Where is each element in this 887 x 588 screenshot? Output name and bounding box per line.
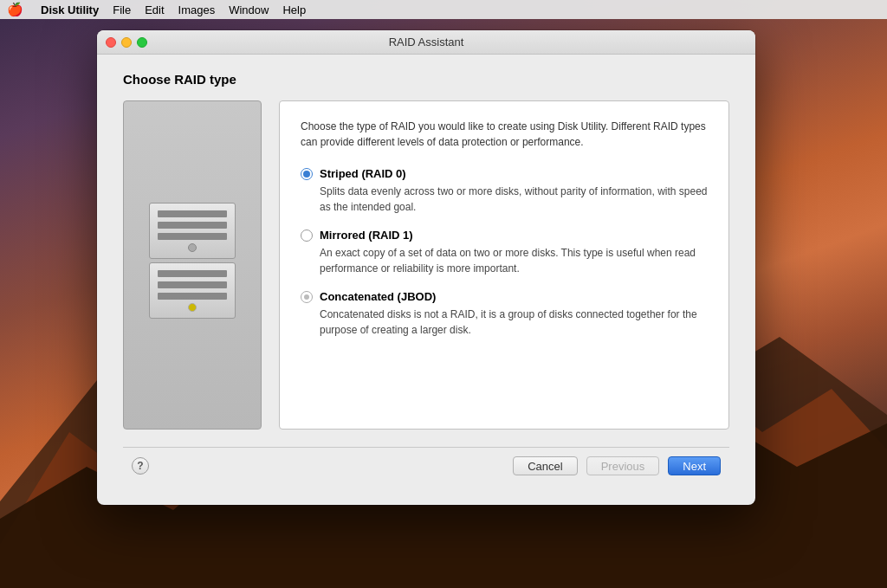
menu-images[interactable]: Images	[178, 3, 216, 16]
option-concatenated-label: Concatenated (JBOD)	[320, 290, 436, 303]
option-mirrored-row[interactable]: Mirrored (RAID 1)	[301, 229, 708, 242]
radio-concatenated[interactable]	[301, 291, 313, 303]
description-text: Choose the type of RAID you would like t…	[301, 119, 708, 150]
option-concatenated-desc: Concatenated disks is not a RAID, it is …	[301, 307, 708, 338]
menu-edit[interactable]: Edit	[145, 3, 164, 16]
option-concatenated[interactable]: Concatenated (JBOD) Concatenated disks i…	[301, 290, 708, 338]
radio-striped[interactable]	[301, 168, 313, 180]
option-striped-row[interactable]: Striped (RAID 0)	[301, 167, 708, 180]
menu-help[interactable]: Help	[282, 3, 306, 16]
help-button[interactable]: ?	[132, 457, 149, 475]
previous-button[interactable]: Previous	[586, 456, 660, 475]
raid-assistant-window: RAID Assistant Choose RAID type	[97, 30, 755, 505]
window-title: RAID Assistant	[389, 36, 464, 48]
options-panel: Choose the type of RAID you would like t…	[279, 100, 729, 430]
bottom-bar: ? Cancel Previous Next	[123, 447, 729, 488]
content-area: Choose the type of RAID you would like t…	[123, 100, 729, 430]
option-striped[interactable]: Striped (RAID 0) Splits data evenly acro…	[301, 167, 708, 215]
traffic-lights	[106, 37, 147, 48]
close-button[interactable]	[106, 37, 116, 48]
next-button[interactable]: Next	[668, 456, 721, 475]
menu-window[interactable]: Window	[229, 3, 269, 16]
window-content: Choose RAID type	[97, 55, 755, 505]
option-striped-label: Striped (RAID 0)	[320, 167, 406, 180]
option-mirrored[interactable]: Mirrored (RAID 1) An exact copy of a set…	[301, 229, 708, 276]
disk-sidebar	[123, 100, 262, 430]
option-concatenated-row[interactable]: Concatenated (JBOD)	[301, 290, 708, 303]
section-title: Choose RAID type	[123, 72, 729, 87]
minimize-button[interactable]	[121, 37, 132, 48]
cancel-button[interactable]: Cancel	[513, 456, 577, 475]
titlebar: RAID Assistant	[97, 30, 755, 55]
option-mirrored-desc: An exact copy of a set of data on two or…	[301, 245, 708, 276]
option-striped-desc: Splits data evenly across two or more di…	[301, 184, 708, 215]
radio-mirrored[interactable]	[301, 229, 313, 242]
menu-disk-utility[interactable]: Disk Utility	[41, 3, 99, 16]
maximize-button[interactable]	[137, 37, 147, 48]
button-group: Cancel Previous Next	[513, 456, 721, 475]
option-mirrored-label: Mirrored (RAID 1)	[320, 229, 413, 242]
apple-menu[interactable]: 🍎	[7, 2, 23, 17]
menu-file[interactable]: File	[113, 3, 131, 16]
menubar: 🍎 Disk Utility File Edit Images Window H…	[0, 0, 887, 19]
